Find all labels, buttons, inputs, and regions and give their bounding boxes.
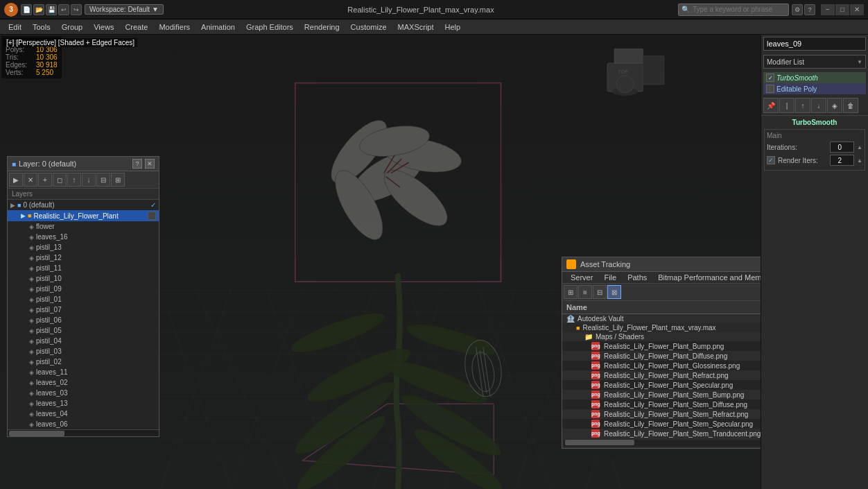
list-item[interactable]: 🏦 Autodesk Vault Logged [562,314,761,323]
menu-group[interactable]: Group [56,22,89,33]
minimize-btn[interactable]: − [821,4,835,15]
menu-views[interactable]: Views [88,22,119,33]
layer-box[interactable] [148,212,156,220]
list-item[interactable]: ◈ pistil_09 [8,284,159,294]
list-item[interactable]: ◈ pistil_04 [8,336,159,346]
list-item[interactable]: png Realistic_Lily_Flower_Plant_Stem_Dif… [562,400,761,409]
list-item[interactable]: png Realistic_Lily_Flower_Plant_Stem_Ref… [562,409,761,419]
move-down-btn[interactable]: ↓ [811,98,826,113]
menu-maxscript[interactable]: MAXScript [392,22,440,33]
list-item[interactable]: ◈ pistil_13 [8,242,159,252]
iterations-input[interactable] [830,141,854,153]
list-item[interactable]: ◈ leaves_13 [8,398,159,409]
list-item[interactable]: ◈ flower [8,221,159,232]
list-item[interactable]: ◈ pistil_06 [8,315,159,325]
list-item[interactable]: ◈ pistil_11 [8,263,159,273]
layer-tool-move-up[interactable]: ↑ [67,173,81,187]
make-unique-btn[interactable]: ◈ [827,98,842,113]
layer-tool-add[interactable]: + [38,173,52,187]
list-item[interactable]: png Realistic_Lily_Flower_Plant_Stem_Bum… [562,390,761,400]
close-btn[interactable]: ✕ [850,4,864,15]
editpoly-modifier[interactable]: Editable Poly [763,83,866,94]
pipe-btn[interactable]: | [779,98,795,113]
list-item[interactable]: ◈ pistil_02 [8,357,159,367]
menu-create[interactable]: Create [119,22,153,33]
list-item[interactable]: ◈ leaves_06 [8,419,159,429]
spinner-up-icon[interactable]: ▲ [857,144,862,151]
asset-menu-bitmap[interactable]: Bitmap Performance and Memory [652,272,761,283]
list-item[interactable]: ◈ pistil_07 [8,304,159,315]
list-item[interactable]: png Realistic_Lily_Flower_Plant_Specular… [562,380,761,390]
undo-btn[interactable]: ↩ [58,4,69,15]
layer-scrollbar[interactable] [8,429,159,436]
menu-modifiers[interactable]: Modifiers [153,22,196,33]
object-name-input[interactable] [763,37,866,51]
list-item[interactable]: png Realistic_Lily_Flower_Plant_Glossine… [562,361,761,370]
modifier-list-dropdown[interactable]: Modifier List ▼ [763,55,866,69]
asset-tool-4[interactable]: ⊠ [607,285,621,299]
layer-tool-merge[interactable]: ⊞ [111,173,125,187]
layer-tool-type[interactable]: ▶ [9,173,23,187]
turbosmooth-modifier[interactable]: ✓ TurboSmooth [763,72,866,83]
layer-tool-invert[interactable]: ⊟ [96,173,110,187]
list-item[interactable]: ◈ leaves_16 [8,232,159,242]
render-iters-checkbox[interactable]: ✓ [767,156,775,164]
list-item[interactable]: ◈ leaves_11 [8,367,159,377]
save-file-btn[interactable]: 💾 [46,4,57,15]
icon-btn-1[interactable]: ⚙ [792,4,803,15]
redo-btn[interactable]: ↪ [71,4,82,15]
asset-menu-server[interactable]: Server [565,272,598,283]
menu-help[interactable]: Help [440,22,467,33]
menu-rendering[interactable]: Rendering [299,22,345,33]
move-up-btn[interactable]: ↑ [795,98,810,113]
layer-close-btn[interactable]: ✕ [145,159,155,169]
modifier-check[interactable]: ✓ [766,74,774,82]
modifier-check[interactable] [766,85,774,93]
layer-tool-select[interactable]: ◻ [53,173,67,187]
icon-btn-2[interactable]: ? [804,4,815,15]
list-item[interactable]: ■ Realistic_Lily_Flower_Plant_max_vray.m… [562,323,761,332]
layer-list[interactable]: ▶ ■ 0 (default) ✓ ▶ ■ Realistic_Lily_Flo… [8,200,159,429]
list-item[interactable]: ◈ leaves_03 [8,388,159,398]
menu-customize[interactable]: Customize [345,22,392,33]
asset-menu-paths[interactable]: Paths [622,272,652,283]
list-item[interactable]: ▶ ■ 0 (default) ✓ [8,200,159,210]
list-item[interactable]: ◈ pistil_01 [8,294,159,304]
layer-visibility-check[interactable]: ✓ [150,201,156,209]
search-input[interactable] [693,6,776,13]
render-iters-input[interactable] [830,155,854,166]
asset-scrollbar-thumb[interactable] [565,440,634,445]
layer-tool-delete[interactable]: ✕ [24,173,37,187]
menu-edit[interactable]: Edit [3,22,27,33]
list-item[interactable]: ◈ leaves_02 [8,377,159,388]
new-file-btn[interactable]: 📄 [21,4,32,15]
viewport[interactable]: Total Polys: 10 306 Tris: 10 306 Edges: … [0,35,761,489]
list-item[interactable]: ◈ leaves_04 [8,409,159,419]
list-item[interactable]: png Realistic_Lily_Flower_Plant_Stem_Spe… [562,419,761,429]
workspace-btn[interactable]: Workspace: Default ▼ [85,4,164,15]
list-item[interactable]: ◈ pistil_03 [8,346,159,357]
list-item[interactable]: png Realistic_Lily_Flower_Plant_Refract.… [562,370,761,380]
asset-tool-3[interactable]: ⊟ [593,285,607,299]
asset-scrollbar[interactable] [564,440,761,447]
asset-menu-file[interactable]: File [598,272,622,283]
asset-tool-2[interactable]: ≡ [578,285,592,299]
spinner-up-icon-2[interactable]: ▲ [857,157,862,164]
open-file-btn[interactable]: 📂 [33,4,44,15]
list-item[interactable]: 📁 Maps / Shaders [562,332,761,341]
layer-tool-move-down[interactable]: ↓ [82,173,96,187]
pin-stack-btn[interactable]: 📌 [763,98,779,113]
list-item[interactable]: png Realistic_Lily_Flower_Plant_Bump.png… [562,341,761,351]
list-item[interactable]: ◈ pistil_10 [8,273,159,284]
layer-scrollbar-thumb[interactable] [9,431,64,436]
list-item[interactable]: png Realistic_Lily_Flower_Plant_Diffuse.… [562,351,761,361]
list-item[interactable]: ◈ pistil_05 [8,325,159,336]
layer-help-btn[interactable]: ? [132,159,142,169]
list-item[interactable]: ▶ ■ Realistic_Lily_Flower_Plant [8,210,159,221]
asset-tool-1[interactable]: ⊞ [564,285,578,299]
delete-mod-btn[interactable]: 🗑 [843,98,858,113]
menu-tools[interactable]: Tools [27,22,56,33]
asset-rows-container[interactable]: 🏦 Autodesk Vault Logged ■ Realistic_Lily… [562,314,761,438]
maximize-btn[interactable]: □ [835,4,849,15]
list-item[interactable]: ◈ pistil_12 [8,252,159,263]
